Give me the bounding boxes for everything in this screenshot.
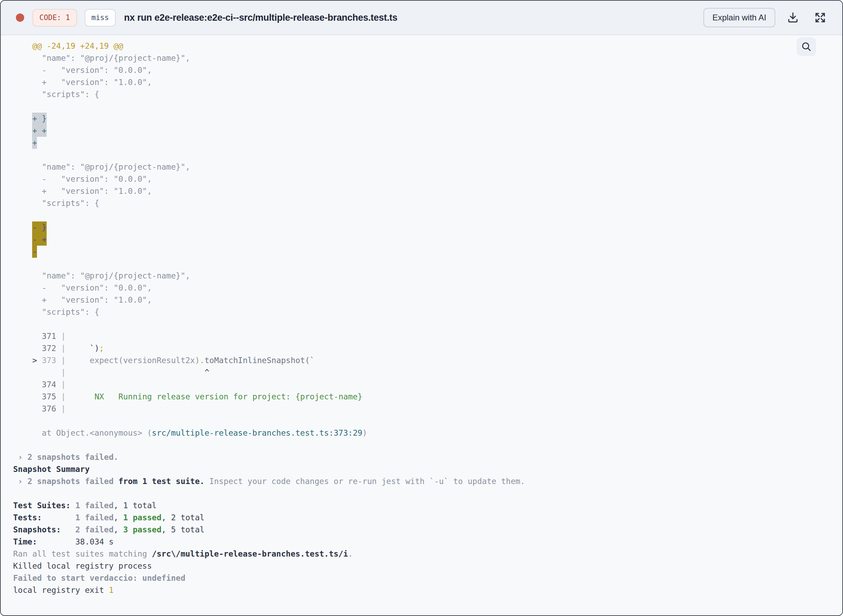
download-icon (786, 11, 799, 24)
terminal-line (13, 258, 836, 270)
terminal-line: Tests: 1 failed, 1 passed, 2 total (13, 512, 836, 524)
terminal-line: 371 | (13, 330, 836, 342)
terminal-line: - "version": "0.0.0", (13, 282, 836, 294)
terminal-line: + "version": "1.0.0", (13, 185, 836, 197)
terminal-line: at Object.<anonymous> (src/multiple-rele… (13, 427, 836, 439)
terminal-line: + + (13, 125, 836, 137)
terminal-line: 375 | NX Running release version for pro… (13, 391, 836, 403)
exit-code-badge: CODE: 1 (32, 9, 77, 26)
terminal-output: @@ -24,19 +24,19 @@ "name": "@proj/{proj… (1, 35, 842, 596)
header: CODE: 1 miss nx run e2e-release:e2e-ci--… (1, 1, 842, 35)
terminal-line (13, 209, 836, 221)
download-button[interactable] (784, 8, 802, 27)
terminal-line: Ran all test suites matching /src\/multi… (13, 548, 836, 560)
task-title: nx run e2e-release:e2e-ci--src/multiple-… (124, 12, 695, 23)
terminal-line: | ^ (13, 367, 836, 378)
terminal-line: › 2 snapshots failed. (13, 451, 836, 463)
terminal-line: 374 | (13, 378, 836, 391)
terminal-line: 376 | (13, 403, 836, 415)
terminal-line: - (13, 246, 836, 258)
terminal-line: Failed to start verdaccio: undefined (13, 572, 836, 584)
terminal-line: "name": "@proj/{project-name}", (13, 161, 836, 173)
terminal-line (13, 149, 836, 161)
cache-status-badge: miss (85, 9, 116, 26)
terminal-line: + "version": "1.0.0", (13, 76, 836, 88)
status-dot (16, 13, 24, 22)
terminal-line: Killed local registry process (13, 560, 836, 572)
terminal-line: - + (13, 233, 836, 246)
terminal-line: + } (13, 113, 836, 125)
terminal-line: > 373 | expect(versionResult2x).toMatchI… (13, 355, 836, 367)
terminal-line: Snapshot Summary (13, 463, 836, 475)
terminal-line (13, 415, 836, 427)
search-icon (800, 41, 812, 53)
task-output-window: CODE: 1 miss nx run e2e-release:e2e-ci--… (0, 0, 843, 616)
terminal-line: - "version": "0.0.0", (13, 64, 836, 76)
terminal-line: + (13, 137, 836, 149)
expand-button[interactable] (811, 8, 830, 27)
explain-with-ai-button[interactable]: Explain with AI (704, 8, 775, 27)
terminal-line (13, 101, 836, 113)
terminal-panel: @@ -24,19 +24,19 @@ "name": "@proj/{proj… (1, 35, 842, 615)
terminal-line: Time: 38.034 s (13, 536, 836, 548)
expand-icon (813, 11, 827, 25)
terminal-line: - } (13, 221, 836, 233)
terminal-line (13, 318, 836, 330)
terminal-line: "scripts": { (13, 197, 836, 209)
terminal-line: @@ -24,19 +24,19 @@ (13, 40, 836, 52)
terminal-line: "name": "@proj/{project-name}", (13, 270, 836, 282)
terminal-line (13, 487, 836, 500)
terminal-line: Snapshots: 2 failed, 3 passed, 5 total (13, 524, 836, 536)
terminal-line: › 2 snapshots failed from 1 test suite. … (13, 475, 836, 487)
terminal-line (13, 439, 836, 451)
terminal-line: + "version": "1.0.0", (13, 294, 836, 306)
terminal-line: "name": "@proj/{project-name}", (13, 52, 836, 64)
terminal-line: "scripts": { (13, 306, 836, 318)
search-button[interactable] (797, 37, 816, 56)
terminal-line: - "version": "0.0.0", (13, 173, 836, 185)
terminal-line: "scripts": { (13, 88, 836, 101)
terminal-line: 372 | `); (13, 342, 836, 355)
terminal-line: local registry exit 1 (13, 584, 836, 596)
terminal-line: Test Suites: 1 failed, 1 total (13, 500, 836, 512)
